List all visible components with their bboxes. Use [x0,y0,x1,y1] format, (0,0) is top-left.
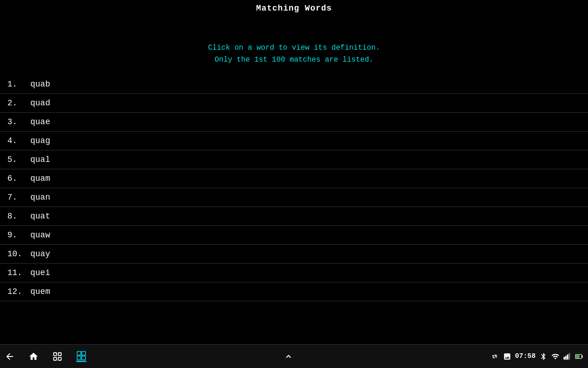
home-button[interactable] [28,351,39,362]
word-text: quad [30,98,50,108]
word-item[interactable]: 6.quam [0,169,588,188]
usb-icon [491,352,499,361]
word-number: 8. [7,212,30,221]
word-text: quay [30,249,50,259]
status-bar: 07:58 [491,352,583,361]
svg-rect-11 [569,353,570,359]
svg-rect-5 [82,351,85,355]
word-text: quab [30,80,50,89]
word-text: quaw [30,230,50,240]
svg-rect-9 [565,356,566,359]
word-item[interactable]: 5.qual [0,150,588,169]
recent-button[interactable] [52,351,62,362]
word-number: 2. [7,98,30,108]
word-text: quei [30,268,50,277]
instruction-line1: Click on a word to view its definition. [0,42,588,54]
svg-rect-3 [54,357,57,360]
word-number: 4. [7,136,30,145]
word-item[interactable]: 2.quad [0,94,588,113]
word-item[interactable]: 7.quan [0,188,588,207]
nav-left-group [5,351,86,362]
status-time: 07:58 [515,352,536,360]
up-button[interactable] [283,351,294,362]
word-text: quat [30,212,50,221]
svg-rect-2 [58,357,61,360]
signal-icon [563,352,571,361]
word-item[interactable]: 11.quei [0,264,588,282]
word-text: quam [30,174,50,183]
word-list: 1.quab2.quad3.quae4.quag5.qual6.quam7.qu… [0,75,588,301]
word-number: 5. [7,155,30,164]
page-title: Matching Words [0,0,588,15]
wifi-icon [551,352,560,361]
word-item[interactable]: 3.quae [0,113,588,132]
word-text: quem [30,287,50,296]
word-text: quag [30,136,50,145]
svg-rect-14 [582,355,582,357]
instructions-text: Click on a word to view its definition. … [0,42,588,66]
svg-rect-4 [77,351,81,355]
svg-rect-0 [54,352,57,355]
word-text: qual [30,155,50,164]
svg-rect-7 [77,356,81,360]
svg-rect-10 [567,354,568,359]
word-item[interactable]: 4.quag [0,132,588,150]
svg-rect-8 [564,356,565,359]
word-number: 6. [7,174,30,183]
nav-bar: 07:58 [0,344,588,368]
back-button[interactable] [5,351,15,362]
grid-button[interactable] [76,351,86,362]
word-number: 11. [7,268,30,277]
svg-rect-13 [576,355,580,358]
bluetooth-icon [539,352,548,361]
image-icon [503,352,511,361]
word-number: 9. [7,230,30,240]
word-item[interactable]: 10.quay [0,245,588,264]
svg-rect-6 [82,356,85,360]
word-number: 1. [7,80,30,89]
word-number: 10. [7,249,30,259]
word-item[interactable]: 1.quab [0,75,588,94]
battery-icon [575,352,583,361]
word-text: quae [30,117,50,126]
word-item[interactable]: 8.quat [0,207,588,226]
svg-rect-1 [58,352,61,355]
word-number: 12. [7,287,30,296]
word-number: 7. [7,193,30,202]
instruction-line2: Only the 1st 100 matches are listed. [0,54,588,66]
word-text: quan [30,193,50,202]
nav-center-group [283,351,294,362]
word-number: 3. [7,117,30,126]
word-item[interactable]: 12.quem [0,282,588,301]
word-item[interactable]: 9.quaw [0,226,588,245]
